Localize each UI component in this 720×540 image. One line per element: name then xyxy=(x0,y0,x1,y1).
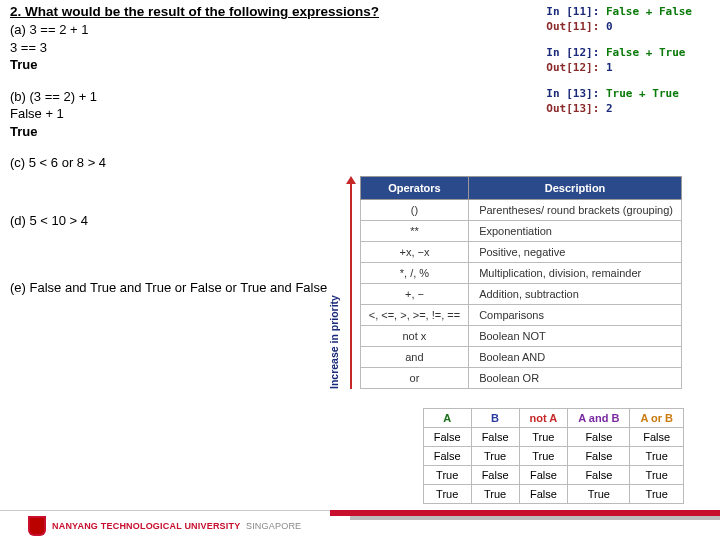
uni-sg: SINGAPORE xyxy=(246,521,301,531)
in-code: False + True xyxy=(599,46,685,59)
truth-cell: False xyxy=(471,428,519,447)
out-val: 1 xyxy=(599,61,612,74)
operators-table: Operators Description ()Parentheses/ rou… xyxy=(360,176,682,389)
table-row: orBoolean OR xyxy=(360,368,681,389)
footer: NANYANG TECHNOLOGICAL UNIVERSITY SINGAPO… xyxy=(0,510,720,540)
in-label: In [13]: xyxy=(546,87,599,100)
op-cell: +, − xyxy=(360,284,468,305)
th-a: A xyxy=(423,409,471,428)
truth-cell: True xyxy=(519,447,568,466)
arrow-label: Increase in priority xyxy=(328,176,340,389)
desc-cell: Boolean AND xyxy=(469,347,682,368)
truth-cell: False xyxy=(519,466,568,485)
desc-cell: Addition, subtraction xyxy=(469,284,682,305)
truth-cell: True xyxy=(471,485,519,504)
op-cell: +x, −x xyxy=(360,242,468,263)
truth-cell: True xyxy=(471,447,519,466)
uni-text: NANYANG TECHNOLOGICAL UNIVERSITY xyxy=(52,521,240,531)
desc-cell: Multiplication, division, remainder xyxy=(469,263,682,284)
university-logo: NANYANG TECHNOLOGICAL UNIVERSITY SINGAPO… xyxy=(28,516,301,536)
desc-cell: Positive, negative xyxy=(469,242,682,263)
op-cell: () xyxy=(360,200,468,221)
op-cell: <, <=, >, >=, !=, == xyxy=(360,305,468,326)
th-or: A or B xyxy=(630,409,684,428)
truth-cell: True xyxy=(630,447,684,466)
desc-cell: Parentheses/ round brackets (grouping) xyxy=(469,200,682,221)
console-output: In [11]: False + False Out[11]: 0 In [12… xyxy=(546,4,692,126)
table-row: TrueTrueFalseTrueTrue xyxy=(423,485,683,504)
table-row: FalseFalseTrueFalseFalse xyxy=(423,428,683,447)
op-cell: ** xyxy=(360,221,468,242)
in-label: In [11]: xyxy=(546,5,599,18)
part-c: (c) 5 < 6 or 8 > 4 xyxy=(10,154,710,172)
truth-cell: True xyxy=(568,485,630,504)
op-cell: not x xyxy=(360,326,468,347)
desc-cell: Comparisons xyxy=(469,305,682,326)
truth-cell: False xyxy=(568,466,630,485)
in-label: In [12]: xyxy=(546,46,599,59)
truth-table: A B not A A and B A or B FalseFalseTrueF… xyxy=(423,408,684,504)
console-group-13: In [13]: True + True Out[13]: 2 xyxy=(546,86,692,117)
desc-cell: Boolean NOT xyxy=(469,326,682,347)
console-group-12: In [12]: False + True Out[12]: 1 xyxy=(546,45,692,76)
op-header-description: Description xyxy=(469,177,682,200)
table-row: FalseTrueTrueFalseTrue xyxy=(423,447,683,466)
table-row: +, −Addition, subtraction xyxy=(360,284,681,305)
truth-cell: True xyxy=(423,485,471,504)
out-label: Out[11]: xyxy=(546,20,599,33)
truth-cell: False xyxy=(471,466,519,485)
truth-cell: False xyxy=(568,428,630,447)
table-row: TrueFalseFalseFalseTrue xyxy=(423,466,683,485)
out-val: 0 xyxy=(599,20,612,33)
truth-cell: False xyxy=(423,428,471,447)
truth-cell: True xyxy=(519,428,568,447)
table-row: <, <=, >, >=, !=, ==Comparisons xyxy=(360,305,681,326)
table-row: **Exponentiation xyxy=(360,221,681,242)
table-row: +x, −xPositive, negative xyxy=(360,242,681,263)
university-name: NANYANG TECHNOLOGICAL UNIVERSITY SINGAPO… xyxy=(52,521,301,531)
console-group-11: In [11]: False + False Out[11]: 0 xyxy=(546,4,692,35)
truth-cell: False xyxy=(568,447,630,466)
priority-arrow-icon xyxy=(346,176,356,389)
truth-cell: False xyxy=(630,428,684,447)
op-header-operators: Operators xyxy=(360,177,468,200)
out-val: 2 xyxy=(599,102,612,115)
desc-cell: Exponentiation xyxy=(469,221,682,242)
in-code: True + True xyxy=(599,87,678,100)
truth-cell: False xyxy=(519,485,568,504)
in-code: False + False xyxy=(599,5,692,18)
truth-cell: True xyxy=(630,485,684,504)
op-cell: and xyxy=(360,347,468,368)
table-row: *, /, %Multiplication, division, remaind… xyxy=(360,263,681,284)
th-not: not A xyxy=(519,409,568,428)
table-row: not xBoolean NOT xyxy=(360,326,681,347)
footer-stripe-gray xyxy=(350,516,720,520)
th-and: A and B xyxy=(568,409,630,428)
op-cell: *, /, % xyxy=(360,263,468,284)
table-row: ()Parentheses/ round brackets (grouping) xyxy=(360,200,681,221)
op-cell: or xyxy=(360,368,468,389)
operators-precedence: Increase in priority Operators Descripti… xyxy=(328,176,682,389)
desc-cell: Boolean OR xyxy=(469,368,682,389)
table-row: andBoolean AND xyxy=(360,347,681,368)
truth-cell: True xyxy=(630,466,684,485)
truth-cell: True xyxy=(423,466,471,485)
th-b: B xyxy=(471,409,519,428)
out-label: Out[12]: xyxy=(546,61,599,74)
crest-icon xyxy=(28,516,46,536)
truth-cell: False xyxy=(423,447,471,466)
out-label: Out[13]: xyxy=(546,102,599,115)
